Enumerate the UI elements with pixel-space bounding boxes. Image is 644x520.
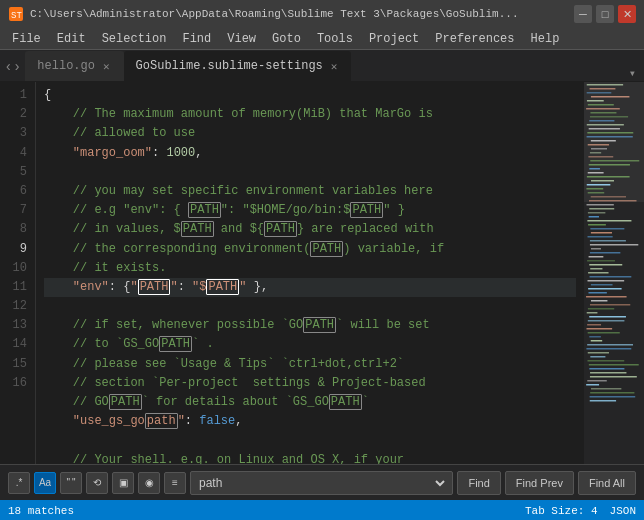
wrap-button[interactable]: ⟲	[86, 472, 108, 494]
code-line-16: // section `Per-project settings & Proje…	[44, 374, 576, 393]
line-number: 11	[8, 278, 27, 297]
line-number: 6	[8, 182, 27, 201]
line-number: 10	[8, 259, 27, 278]
code-line-12	[44, 297, 576, 316]
highlight-button[interactable]: ◉	[138, 472, 160, 494]
menu-help[interactable]: Help	[523, 30, 568, 48]
tab-next-button[interactable]: ›	[13, 58, 22, 74]
line-number: 4	[8, 144, 27, 163]
status-bar: 18 matches Tab Size: 4 JSON	[0, 500, 644, 520]
line-number: 8	[8, 220, 27, 239]
close-button[interactable]: ✕	[618, 5, 636, 23]
editor-area: 1 2 3 4 5 6 7 8 9 10 11 12 13 14 15 16 {…	[0, 82, 644, 464]
code-content[interactable]: { // The maximum amount of memory(MiB) t…	[36, 82, 584, 464]
tab-gosublime-close[interactable]: ✕	[329, 60, 340, 73]
code-line-1: {	[44, 86, 576, 105]
line-number: 14	[8, 335, 27, 354]
syntax-label[interactable]: JSON	[610, 505, 636, 517]
code-line-8: // in values, $PATH and ${PATH} are repl…	[44, 220, 576, 239]
tab-size[interactable]: Tab Size: 4	[525, 505, 598, 517]
code-line-10: // it exists.	[44, 259, 576, 278]
menu-selection[interactable]: Selection	[94, 30, 175, 48]
line-number: 7	[8, 201, 27, 220]
case-sensitive-button[interactable]: Aa	[34, 472, 56, 494]
menu-preferences[interactable]: Preferences	[427, 30, 522, 48]
menu-file[interactable]: File	[4, 30, 49, 48]
menu-find[interactable]: Find	[174, 30, 219, 48]
line-number: 15	[8, 355, 27, 374]
whole-word-button[interactable]: " "	[60, 472, 82, 494]
app-icon: ST	[8, 6, 24, 22]
minimap	[584, 82, 644, 464]
menu-bar: File Edit Selection Find View Goto Tools…	[0, 28, 644, 50]
code-line-6: // you may set specific environment vari…	[44, 182, 576, 201]
code-line-15: // please see `Usage & Tips` `ctrl+dot,c…	[44, 355, 576, 374]
tab-hello-close[interactable]: ✕	[101, 60, 112, 73]
code-line-9: // the corresponding environment(PATH) v…	[44, 240, 576, 259]
line-number: 9	[8, 240, 27, 259]
code-line-5	[44, 163, 576, 182]
regex-button[interactable]: .*	[8, 472, 30, 494]
find-input[interactable]: path	[195, 475, 448, 491]
minimize-button[interactable]: ─	[574, 5, 592, 23]
tab-hello-label: hello.go	[37, 59, 95, 73]
tab-dropdown-button[interactable]: ▾	[621, 66, 644, 81]
menu-project[interactable]: Project	[361, 30, 427, 48]
code-line-14: // to `GS_GOPATH` .	[44, 335, 576, 354]
in-selection-button[interactable]: ▣	[112, 472, 134, 494]
find-all-button[interactable]: Find All	[578, 471, 636, 495]
menu-tools[interactable]: Tools	[309, 30, 361, 48]
line-number: 2	[8, 105, 27, 124]
menu-view[interactable]: View	[219, 30, 264, 48]
line-number: 13	[8, 316, 27, 335]
code-line-2: // The maximum amount of memory(MiB) tha…	[44, 105, 576, 124]
code-line-13: // if set, whenever possible `GOPATH` wi…	[44, 316, 576, 335]
line-number: 12	[8, 297, 27, 316]
menu-goto[interactable]: Goto	[264, 30, 309, 48]
window-controls: ─ □ ✕	[574, 5, 636, 23]
code-line-18: "use_gs_gopath": false,	[44, 412, 576, 431]
code-line-3: // allowed to use	[44, 124, 576, 143]
tab-nav: ‹ ›	[0, 50, 25, 81]
menu-edit[interactable]: Edit	[49, 30, 94, 48]
svg-text:ST: ST	[11, 11, 22, 21]
line-number: 5	[8, 163, 27, 182]
code-line-19	[44, 431, 576, 450]
code-line-4: "margo_oom": 1000,	[44, 144, 576, 163]
find-input-wrap[interactable]: path	[190, 471, 453, 495]
minimap-viewport	[584, 82, 644, 202]
find-prev-button[interactable]: Find Prev	[505, 471, 574, 495]
maximize-button[interactable]: □	[596, 5, 614, 23]
code-line-20: // Your shell. e.g. on Linux and OS X, i…	[44, 451, 576, 464]
tab-hello[interactable]: hello.go ✕	[25, 51, 123, 81]
line-number: 16	[8, 374, 27, 393]
code-line-17: // GOPATH` for details about `GS_GOPATH`	[44, 393, 576, 412]
tab-gosublime-label: GoSublime.sublime-settings	[136, 59, 323, 73]
find-bar: .* Aa " " ⟲ ▣ ◉ ≡ path Find Find Prev Fi…	[0, 464, 644, 500]
line-number: 3	[8, 124, 27, 143]
window-title: C:\Users\Administrator\AppData\Roaming\S…	[30, 8, 574, 20]
tab-gosublime[interactable]: GoSublime.sublime-settings ✕	[124, 51, 352, 81]
tab-prev-button[interactable]: ‹	[4, 58, 13, 74]
code-line-11: "env": {"PATH": "$PATH" },	[44, 278, 576, 297]
line-number: 1	[8, 86, 27, 105]
line-numbers: 1 2 3 4 5 6 7 8 9 10 11 12 13 14 15 16	[0, 82, 36, 464]
tab-bar: ‹ › hello.go ✕ GoSublime.sublime-setting…	[0, 50, 644, 82]
title-bar: ST C:\Users\Administrator\AppData\Roamin…	[0, 0, 644, 28]
context-button[interactable]: ≡	[164, 472, 186, 494]
status-right: Tab Size: 4 JSON	[525, 505, 636, 517]
matches-count: 18 matches	[8, 505, 74, 517]
find-button[interactable]: Find	[457, 471, 500, 495]
code-line-7: // e.g "env": { PATH": "$HOME/go/bin:$PA…	[44, 201, 576, 220]
